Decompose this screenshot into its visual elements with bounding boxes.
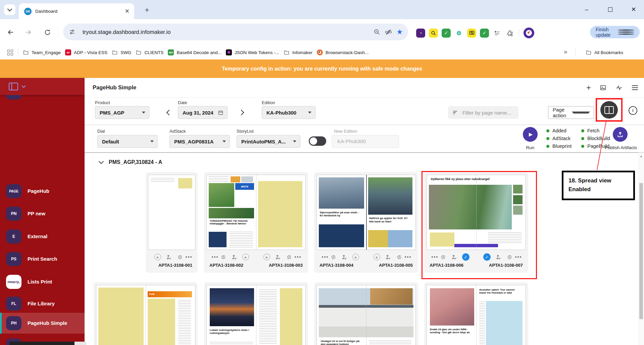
sync-lock-icon[interactable] — [177, 254, 183, 260]
bookmark-team-engage[interactable]: Team_Engage — [23, 49, 61, 55]
finish-update-button[interactable]: Finish update — [590, 26, 640, 38]
sync-lock-icon[interactable] — [330, 254, 337, 260]
zoom-out-icon[interactable] — [371, 26, 383, 38]
sidebar-item-print-search[interactable]: PSPrint Search — [0, 249, 85, 269]
browser-tab[interactable]: DB Dashboard ✕ — [19, 3, 134, 19]
storylist-select[interactable]: PrintAutoPMS_A... — [237, 135, 300, 148]
chevron-down-icon[interactable] — [21, 84, 26, 88]
back-button[interactable] — [5, 27, 16, 38]
page-card-002-003[interactable]: ØSTE TORSDAG/FREDAG: Før historisk lokal… — [204, 172, 308, 273]
hidden-eye-icon[interactable] — [383, 26, 394, 38]
bookmark-adp[interactable]: ADADP - Vista ESS — [65, 49, 107, 55]
publish-artifacts-button[interactable] — [613, 127, 628, 142]
extension-gear-icon[interactable] — [454, 29, 463, 38]
product-select[interactable]: PMS_AGP — [95, 106, 149, 119]
bookmarks-overflow-chevron[interactable]: » — [564, 48, 567, 55]
new-edition-toggle[interactable] — [309, 136, 326, 146]
sidebar-item-pp-new[interactable]: PNPP new — [0, 203, 85, 224]
page-card-row2-2[interactable]: Lokale redningsdykkere bisto i redningsa… — [204, 282, 308, 345]
extension-search-icon[interactable] — [429, 29, 438, 38]
more-options-icon[interactable] — [407, 256, 408, 258]
adstack-select[interactable]: PMS_AGP0831A — [169, 135, 230, 148]
apps-grid-icon[interactable] — [7, 50, 13, 55]
extensions-puzzle-icon[interactable] — [505, 29, 514, 38]
add-icon[interactable] — [352, 254, 359, 260]
tab-close-icon[interactable]: ✕ — [125, 8, 130, 15]
more-options-icon[interactable] — [188, 256, 189, 258]
address-bar[interactable]: tryout.stage.dashboard.infomaker.io ★ — [63, 24, 408, 40]
dial-select[interactable]: Default — [97, 135, 158, 148]
page-card-row2-1[interactable]: Folk — [94, 282, 198, 345]
page-filter-field[interactable] — [448, 106, 518, 119]
page-thumbnail[interactable]: Lokale redningsdykkere bisto i redningsa… — [206, 285, 306, 345]
extension-check-icon[interactable]: ✓ — [442, 29, 451, 38]
reload-button[interactable] — [42, 27, 53, 38]
bookmark-infomaker[interactable]: Infomaker — [284, 49, 312, 55]
more-options-icon[interactable] — [297, 256, 298, 258]
page-thumbnail[interactable]: Folk — [96, 285, 195, 345]
profile-avatar[interactable] — [524, 28, 534, 38]
edition-section-header[interactable]: PMS_AGP,310824 - A — [99, 159, 162, 165]
sidebar-item-lists-print[interactable]: PRINT|LLists Print — [0, 271, 85, 292]
extension-clockify-icon[interactable]: ◔ — [416, 29, 425, 38]
window-close-button[interactable]: ✕ — [629, 5, 639, 14]
page-thumbnail-002-003[interactable]: ØSTE TORSDAG/FREDAG: Før historisk lokal… — [206, 175, 306, 250]
add-icon[interactable] — [154, 254, 161, 260]
page-thumbnail-004-005[interactable]: Stjernepolitiker på snar-visitt: - En fa… — [316, 175, 416, 250]
page-thumbnail-001[interactable] — [148, 175, 195, 250]
bookmark-clients[interactable]: CLIENTS — [136, 49, 163, 55]
add-icon[interactable] — [263, 254, 270, 260]
assign-user-icon[interactable] — [166, 254, 172, 260]
bookmark-jwt[interactable]: ✱JSON Web Tokens -... — [226, 49, 279, 55]
assign-user-icon[interactable] — [385, 254, 391, 260]
bookmark-swg[interactable]: SWG — [112, 49, 131, 55]
sidebar-item-file-library[interactable]: FLFile Library — [0, 293, 85, 314]
more-menu-icon[interactable] — [618, 32, 634, 33]
info-icon[interactable]: i — [629, 106, 637, 115]
edition-select[interactable]: KA-Phub300 — [262, 106, 315, 119]
chevron-down-icon[interactable] — [99, 159, 104, 164]
page-card-row2-3[interactable]: Utvalget vil si nei til boliger på den p… — [314, 282, 418, 345]
scrollbar-thumb[interactable] — [639, 183, 643, 319]
add-icon[interactable] — [242, 254, 249, 260]
date-picker[interactable]: Aug 31, 2024 — [178, 106, 228, 119]
run-button[interactable]: ▶ — [523, 127, 538, 142]
page-card-row2-4[interactable]: Drakk 24 glas vin under NRK-sending - De… — [424, 282, 528, 345]
page-action-button[interactable]: Page action — [548, 106, 594, 119]
reading-list-icon[interactable] — [493, 29, 502, 38]
sync-lock-icon[interactable] — [396, 254, 402, 260]
page-card-004-005[interactable]: Stjernepolitiker på snar-visitt: - En fa… — [314, 172, 418, 273]
extension-window-search-icon[interactable] — [467, 29, 476, 38]
sidebar-item-external[interactable]: EExternal — [0, 226, 85, 247]
tab-search-button[interactable] — [4, 4, 15, 15]
window-minimize-button[interactable]: – — [582, 5, 592, 14]
more-options-icon[interactable] — [324, 256, 326, 258]
bookmark-star-icon[interactable]: ★ — [394, 26, 405, 38]
assign-user-icon[interactable] — [275, 254, 281, 260]
more-options-icon[interactable] — [214, 256, 215, 258]
bookmark-browserstack[interactable]: Browserstack-Dash... — [317, 49, 368, 55]
sidebar-item-pagehub-simple[interactable]: PHPageHub Simple — [0, 313, 85, 334]
sync-lock-icon[interactable] — [220, 254, 227, 260]
site-settings-icon[interactable] — [66, 26, 78, 38]
sidebar-item-pagehub[interactable]: PAGEPageHub — [0, 181, 85, 202]
sync-lock-icon[interactable] — [286, 254, 292, 260]
forward-button[interactable] — [22, 27, 34, 38]
add-icon[interactable]: + — [584, 83, 594, 93]
assign-user-icon[interactable] — [231, 254, 238, 260]
page-card-001[interactable]: APTA1-3108-001 — [146, 172, 198, 273]
window-maximize-button[interactable] — [605, 5, 615, 14]
scrollbar-up-arrow[interactable]: ▲ — [639, 154, 643, 158]
add-icon[interactable] — [374, 254, 380, 260]
menu-hamburger-icon[interactable] — [630, 83, 640, 93]
calendar-icon[interactable] — [217, 110, 224, 116]
extension-check2-icon[interactable]: ✓ — [480, 29, 489, 38]
page-filter-input[interactable] — [462, 110, 513, 116]
assign-user-icon[interactable] — [341, 254, 348, 260]
bookmark-base64[interactable]: B64Base64 Decode and... — [168, 49, 221, 55]
new-tab-button[interactable]: + — [142, 5, 152, 15]
bookmark-all-bookmarks[interactable]: All Bookmarks — [586, 49, 623, 55]
image-view-icon[interactable] — [598, 83, 608, 93]
page-thumbnail[interactable]: Utvalget vil si nei til boliger på den p… — [316, 285, 416, 345]
sidebar-panel-icon[interactable] — [9, 83, 18, 90]
